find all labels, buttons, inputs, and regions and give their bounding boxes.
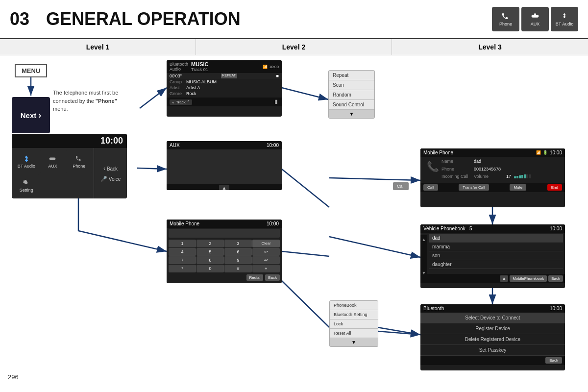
cs-header: Mobile Phone 📶 🔋 10:00	[420, 148, 565, 157]
cs-title: Mobile Phone	[423, 150, 453, 155]
bt-settings-screen: Bluetooth 10:00 Select Device to Connect…	[420, 304, 565, 370]
key-2[interactable]: 2	[196, 240, 224, 247]
mm-phone-label: Phone	[73, 164, 85, 169]
phone-icon-btn[interactable]: Phone	[492, 7, 519, 31]
pb-contact-son[interactable]: son	[429, 251, 563, 260]
bt-group-row: Group MUSIC ALBUM	[167, 79, 282, 85]
bt-genre-val: Rock	[186, 91, 196, 96]
cs-battery-icon: 🔋	[543, 150, 548, 155]
bts-item-register[interactable]: Register Device	[420, 323, 565, 334]
bt-track-prev[interactable]: ⌄ Track ⌃	[170, 99, 192, 105]
bt-track: Track 01	[191, 67, 208, 72]
bts-item-connect[interactable]: Select Device to Connect	[420, 313, 565, 323]
level1-header: Level 1	[0, 39, 196, 55]
mm-phone[interactable]: Phone	[66, 150, 92, 173]
redial-btn[interactable]: Redial	[246, 274, 264, 281]
menu-button[interactable]: MENU	[15, 64, 47, 77]
cs-footer: Call Transfer Call Mute End	[420, 183, 565, 192]
key-4[interactable]: 4	[169, 248, 196, 256]
rsrc-repeat[interactable]: Repeat	[329, 71, 374, 80]
phonebook-screen: Vehicle Phonebook 5 10:00 ▲ ▼ dad mamma …	[420, 224, 565, 288]
rsrc-more[interactable]: ▼	[329, 110, 374, 118]
aux-clock: 10:00	[267, 143, 279, 148]
psp-lock[interactable]: Lock	[330, 319, 378, 329]
rsrc-scan[interactable]: Scan	[329, 80, 374, 90]
aux-footer: ▲	[167, 184, 282, 190]
pb-count: 5	[469, 226, 472, 231]
key-7[interactable]: 7	[169, 256, 196, 264]
pb-mobile-btn[interactable]: MobilePhonebook	[510, 275, 547, 282]
phone-display	[169, 229, 280, 238]
psp-phonebook[interactable]: PhoneBook	[330, 301, 378, 310]
cs-phone-label: Phone	[441, 167, 471, 172]
key-9[interactable]: 9	[224, 256, 252, 264]
bt-pause-icon[interactable]: ⏸	[273, 98, 279, 105]
pb-up-arrow[interactable]: ▲	[422, 237, 426, 242]
psp-more[interactable]: ▼	[330, 338, 378, 346]
mm-voice-btn[interactable]: 🎤 Voice	[100, 176, 121, 182]
aux-header: AUX 10:00	[167, 141, 282, 149]
cs-transfer-btn[interactable]: Transfer Call	[459, 184, 489, 191]
mm-back-btn[interactable]: ‹ Back	[103, 165, 118, 172]
pb-back-btn[interactable]: Back	[548, 275, 563, 282]
mm-aux[interactable]: AUX	[40, 150, 66, 173]
phone-title: Mobile Phone	[170, 221, 199, 226]
key-plus[interactable]: +	[252, 265, 280, 272]
bts-item-passkey[interactable]: Set Passkey	[420, 345, 565, 356]
key-backspace2[interactable]: ↩	[252, 256, 280, 264]
main-menu-widget: 10:00 BT Audio AUX Phone Setting	[12, 134, 127, 198]
bts-back-btn[interactable]: Back	[545, 357, 562, 364]
psp-bt-setting[interactable]: Bluetooth Setting	[330, 310, 378, 319]
rsrc-random[interactable]: Random	[329, 90, 374, 100]
cs-phone-icon: 📞	[425, 159, 440, 172]
key-3[interactable]: 3	[224, 240, 252, 247]
cs-volume-val: 17	[506, 174, 511, 179]
next-button[interactable]: Next ›	[12, 97, 50, 133]
pb-up-btn[interactable]: ▲	[500, 275, 508, 282]
svg-line-6	[137, 168, 167, 169]
call-trigger-btn[interactable]: Call	[393, 182, 409, 190]
cs-end-btn[interactable]: End	[547, 184, 562, 191]
key-0[interactable]: 0	[196, 265, 224, 272]
bt-stop-icon: ■	[276, 74, 279, 78]
key-star[interactable]: *	[169, 265, 196, 272]
pb-contact-daughter[interactable]: daughter	[429, 260, 563, 269]
key-backspace[interactable]: ↩	[252, 248, 280, 256]
bt-audio-label: BT Audio	[556, 22, 573, 26]
page-number: 296	[8, 373, 19, 381]
cs-clock: 10:00	[550, 150, 562, 155]
mm-bt-audio-label: BT Audio	[18, 164, 35, 169]
bt-group-val: MUSIC ALBUM	[186, 79, 217, 84]
key-6[interactable]: 6	[224, 248, 252, 256]
rsrc-panel: Repeat Scan Random Sound Control ▼	[328, 70, 375, 119]
key-1[interactable]: 1	[169, 240, 196, 247]
bts-item-delete[interactable]: Delete Registered Device	[420, 334, 565, 345]
key-5[interactable]: 5	[196, 248, 224, 256]
key-8[interactable]: 8	[196, 256, 224, 264]
aux-up-btn[interactable]: ▲	[219, 185, 230, 190]
phone-label: Phone	[499, 22, 512, 26]
phone-back-btn[interactable]: Back	[265, 274, 280, 281]
phone-header: Mobile Phone 10:00	[167, 220, 282, 228]
psp-reset[interactable]: Reset All	[330, 329, 378, 338]
aux-icon-btn[interactable]: AUX	[521, 7, 549, 31]
svg-rect-1	[534, 14, 536, 15]
chapter-title: GENERAL OPERATION	[46, 9, 241, 29]
pb-down-arrow[interactable]: ▼	[422, 270, 426, 275]
rsrc-sound-control[interactable]: Sound Control	[329, 100, 374, 110]
key-hash[interactable]: #	[224, 265, 252, 272]
key-clear[interactable]: Clear	[252, 240, 280, 247]
pb-contact-dad[interactable]: dad	[429, 234, 563, 243]
cs-name-row: Name dad	[441, 159, 560, 164]
volume-bar	[514, 174, 531, 178]
level-headers: Level 1 Level 2 Level 3	[0, 39, 588, 55]
mm-bt-audio[interactable]: BT Audio	[14, 150, 39, 173]
pb-contact-mamma[interactable]: mamma	[429, 243, 563, 251]
cs-mute-btn[interactable]: Mute	[510, 184, 526, 191]
mm-setting[interactable]: Setting	[14, 174, 39, 198]
pb-clock: 10:00	[550, 226, 562, 231]
bt-artist-row: Artist Artist A	[167, 85, 282, 91]
bt-audio-icon-btn[interactable]: BT Audio	[551, 7, 578, 31]
cs-call-btn[interactable]: Call	[423, 184, 438, 191]
chapter-number: 03	[10, 9, 29, 29]
